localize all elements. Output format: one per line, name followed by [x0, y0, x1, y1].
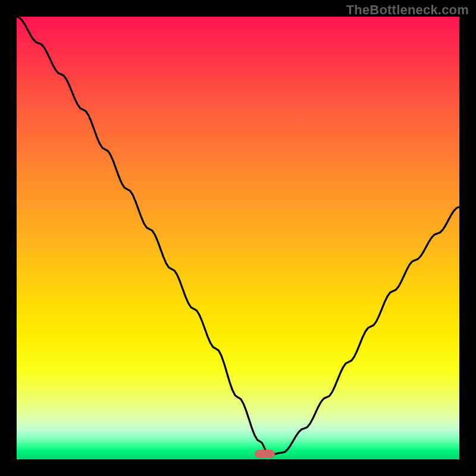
attribution-text: TheBottleneck.com: [346, 2, 469, 18]
chart-frame: TheBottleneck.com: [0, 0, 476, 476]
plot-area: [17, 17, 459, 459]
bottleneck-curve-path: [17, 17, 459, 455]
minimum-marker: [255, 450, 275, 458]
curve-svg: [17, 17, 459, 459]
